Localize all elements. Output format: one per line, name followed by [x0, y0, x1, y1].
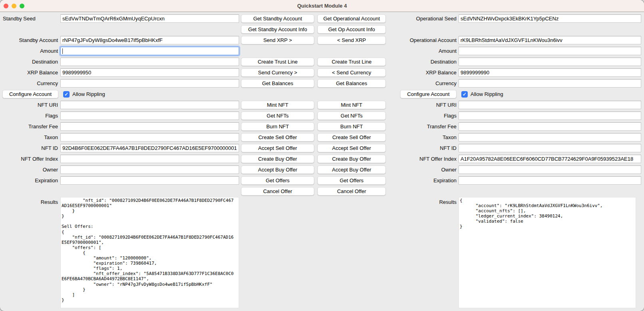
standby-accept-buy-offer-button[interactable]: Accept Buy Offer [241, 165, 314, 174]
text-caret [62, 48, 63, 54]
operational-create-buy-offer-button[interactable]: Create Buy Offer [317, 155, 386, 163]
checkbox-checked-icon[interactable]: ✓ [461, 91, 468, 98]
standby-currency-label: Currency [37, 80, 58, 86]
standby-get-offers-button[interactable]: Get Offers [241, 176, 314, 185]
operational-seed-input[interactable]: sEdVNNZHWvDxpck3EkBKrK1Yp5pCENz [459, 14, 641, 23]
row-account: Standby Account rNP47gJFvDyW8gsDo4weB17i… [0, 35, 644, 46]
operational-account-label: Operational Account [410, 37, 457, 43]
standby-burn-nft-button[interactable]: Burn NFT [241, 122, 314, 131]
minimize-window-button[interactable] [12, 4, 16, 8]
operational-nft-uri-input[interactable] [459, 101, 641, 109]
zoom-window-button[interactable] [20, 4, 24, 8]
operational-seed-label: Operational Seed [416, 16, 457, 22]
operational-send-currency-button[interactable]: < Send Currency [317, 68, 386, 77]
operational-allow-rippling-checkbox[interactable]: ✓ Allow Rippling [459, 91, 503, 98]
standby-expiration-input[interactable] [60, 176, 239, 185]
standby-nft-offer-index-input[interactable] [60, 155, 239, 163]
operational-owner-input[interactable] [459, 165, 641, 174]
standby-owner-label: Owner [43, 167, 58, 173]
close-window-button[interactable] [4, 4, 8, 8]
standby-create-trust-line-button[interactable]: Create Trust Line [241, 58, 314, 66]
standby-accept-sell-offer-button[interactable]: Accept Sell Offer [241, 144, 314, 152]
standby-send-currency-button[interactable]: Send Currency > [241, 68, 314, 77]
standby-currency-input[interactable] [60, 79, 239, 88]
operational-send-xrp-button[interactable]: < Send XRP [317, 36, 386, 44]
standby-transfer-fee-label: Transfer Fee [28, 124, 58, 130]
standby-xrp-balance-input[interactable]: 9989999950 [60, 68, 239, 77]
operational-get-offers-button[interactable]: Get Offers [317, 176, 386, 185]
operational-nft-uri-label: NFT URI [436, 102, 457, 108]
standby-get-nfts-button[interactable]: Get NFTs [241, 112, 314, 120]
operational-destination-input[interactable] [459, 58, 641, 66]
operational-currency-input[interactable] [459, 79, 641, 88]
operational-xrp-balance-input[interactable]: 9899999990 [459, 68, 641, 77]
operational-seed-value: sEdVNNZHWvDxpck3EkBKrK1Yp5pCENz [461, 16, 558, 22]
operational-account-input[interactable]: rK9LBRhStdmtAaVdJXGVF1LnKWou3n6ivv [459, 36, 641, 44]
standby-flags-input[interactable] [60, 112, 239, 120]
row-xrp-balance: XRP Balance 9989999950 Send Currency > <… [0, 67, 644, 78]
standby-amount-label: Amount [40, 48, 58, 54]
operational-transfer-fee-input[interactable] [459, 122, 641, 131]
row-amount: Amount Amount [0, 46, 644, 56]
operational-configure-account-button[interactable]: Configure Account [400, 90, 457, 98]
get-operational-account-button[interactable]: Get Operational Account [317, 14, 386, 23]
get-op-account-info-button[interactable]: Get Op Account Info [317, 25, 386, 34]
operational-flags-input[interactable] [459, 112, 641, 120]
operational-nft-id-input[interactable] [459, 144, 641, 152]
standby-account-input[interactable]: rNP47gJFvDyW8gsDo4weB17if5pBbHKxfF [60, 36, 239, 44]
standby-allow-rippling-checkbox[interactable]: ✓ Allow Rippling [60, 91, 105, 98]
standby-taxon-input[interactable] [60, 133, 239, 142]
operational-xrp-balance-value: 9899999990 [461, 70, 489, 76]
operational-get-nfts-button[interactable]: Get NFTs [317, 112, 386, 120]
checkbox-checked-icon[interactable]: ✓ [63, 91, 70, 98]
standby-owner-input[interactable] [60, 165, 239, 174]
standby-destination-label: Destination [32, 59, 58, 65]
standby-seed-label: Standby Seed [3, 16, 36, 22]
standby-mint-nft-button[interactable]: Mint NFT [241, 101, 314, 109]
operational-amount-input[interactable] [459, 47, 641, 55]
standby-results-text[interactable]: "nft_id": "0008271092D4B6F0EE062DE7FA46A… [60, 197, 239, 308]
operational-currency-label: Currency [435, 80, 457, 86]
operational-get-balances-button[interactable]: Get Balances [317, 79, 386, 88]
operational-results-text[interactable]: { "account": "rK9LBRhStdmtAaVdJXGVF1LnKW… [459, 197, 636, 308]
operational-taxon-input[interactable] [459, 133, 641, 142]
operational-create-sell-offer-button[interactable]: Create Sell Offer [317, 133, 386, 142]
operational-account-value: rK9LBRhStdmtAaVdJXGVF1LnKWou3n6ivv [461, 37, 562, 43]
get-standby-account-info-button[interactable]: Get Standby Account Info [241, 25, 314, 34]
get-standby-account-button[interactable]: Get Standby Account [241, 14, 314, 23]
row-transfer-fee: Transfer Fee Burn NFT Burn NFT Transfer … [0, 121, 644, 132]
app-window: Quickstart Module 4 Standby Seed sEdVwTN… [0, 0, 644, 311]
row-expiration: Expiration Get Offers Get Offers Expirat… [0, 175, 644, 186]
operational-mint-nft-button[interactable]: Mint NFT [317, 101, 386, 109]
operational-accept-buy-offer-button[interactable]: Accept Buy Offer [317, 165, 386, 174]
standby-destination-input[interactable] [60, 58, 239, 66]
standby-amount-input[interactable] [60, 47, 239, 55]
standby-nft-uri-input[interactable] [60, 101, 239, 109]
standby-nft-id-input[interactable]: 92D4B6F0EE062DE7FA46A7B1F8DED2790FC467AD… [60, 144, 239, 152]
row-flags: Flags Get NFTs Get NFTs Flags [0, 110, 644, 121]
standby-results-label: Results [41, 199, 58, 205]
operational-cancel-offer-button[interactable]: Cancel Offer [317, 187, 386, 195]
row-results: Results "nft_id": "0008271092D4B6F0EE062… [0, 197, 644, 308]
standby-flags-label: Flags [45, 113, 58, 119]
main-content: Standby Seed sEdVwTNDwTmQArR6xGMmUyqECpU… [0, 12, 644, 311]
standby-nft-uri-label: NFT URI [38, 102, 58, 108]
standby-send-xrp-button[interactable]: Send XRP > [241, 36, 314, 44]
operational-flags-label: Flags [444, 113, 457, 119]
operational-taxon-label: Taxon [443, 134, 457, 140]
standby-get-balances-button[interactable]: Get Balances [241, 79, 314, 88]
standby-cancel-offer-button[interactable]: Cancel Offer [241, 187, 314, 195]
standby-transfer-fee-input[interactable] [60, 122, 239, 131]
standby-allow-rippling-label: Allow Rippling [72, 91, 105, 97]
standby-configure-account-button[interactable]: Configure Account [2, 90, 58, 98]
standby-create-sell-offer-button[interactable]: Create Sell Offer [241, 133, 314, 142]
operational-nft-offer-index-input[interactable]: A1F20A95782A8E06EEC6F6060CD77BCB7724629F… [459, 155, 641, 163]
operational-accept-sell-offer-button[interactable]: Accept Sell Offer [317, 144, 386, 152]
operational-burn-nft-button[interactable]: Burn NFT [317, 122, 386, 131]
standby-create-buy-offer-button[interactable]: Create Buy Offer [241, 155, 314, 163]
operational-expiration-input[interactable] [459, 176, 641, 185]
operational-create-trust-line-button[interactable]: Create Trust Line [317, 58, 386, 66]
row-nft-offer-index: NFT Offer Index Create Buy Offer Create … [0, 154, 644, 164]
standby-seed-input[interactable]: sEdVwTNDwTmQArR6xGMmUyqECpUrcxn [60, 14, 239, 23]
row-owner: Owner Accept Buy Offer Accept Buy Offer … [0, 164, 644, 175]
